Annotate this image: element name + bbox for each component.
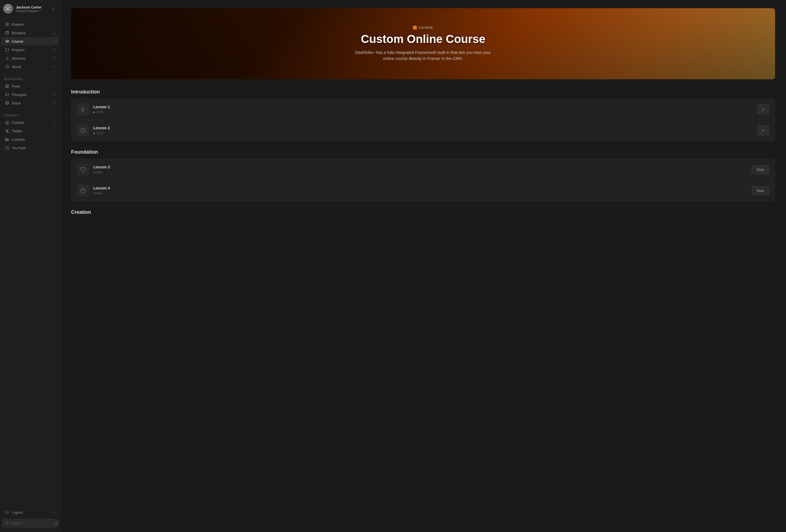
connect-nav: CONNECT Contact C Twitter ↗ xyxy=(0,110,60,154)
resources-nav: RESOURCES Feed 7 Thoughts 8 xyxy=(0,73,60,110)
lesson-start-button[interactable]: Start xyxy=(752,165,769,174)
sidebar-item-label: Projects xyxy=(12,48,25,52)
bag-icon xyxy=(5,31,9,35)
contact-icon xyxy=(5,120,9,125)
lesson-check-button[interactable] xyxy=(757,104,769,115)
sidebar-item-contact[interactable]: Contact C xyxy=(2,118,58,126)
hero-tag: COURSE xyxy=(413,26,433,29)
search-input[interactable] xyxy=(11,521,52,525)
twitter-icon xyxy=(5,129,9,133)
sidebar-item-label: Contact xyxy=(12,121,24,125)
section-title-introduction: Introduction xyxy=(71,89,775,95)
sidebar-header: JC Jackson Carter Product Designer xyxy=(0,0,60,18)
hero-content: COURSE Custom Online Course Dashfolio+ h… xyxy=(71,8,775,79)
lessons-list-foundation: Lesson 3 Article Start Lesson 4 xyxy=(71,159,775,201)
lesson-meta: Article xyxy=(93,191,110,195)
nav-badge: 3 xyxy=(51,40,55,43)
user-info: JC Jackson Carter Product Designer xyxy=(3,4,42,14)
sidebar-item-label: LinkedIn xyxy=(12,138,25,142)
sidebar-item-course[interactable]: Course 3 xyxy=(2,37,58,45)
hero-banner: COURSE Custom Online Course Dashfolio+ h… xyxy=(71,8,775,79)
lesson-meta: ▶ 2:24 xyxy=(93,131,110,135)
avatar: JC xyxy=(3,4,13,14)
sidebar-item-services[interactable]: Services 5 xyxy=(2,54,58,62)
table-row: Lesson 4 Article Start xyxy=(71,180,775,201)
connect-label: CONNECT xyxy=(0,112,60,118)
svg-line-16 xyxy=(7,524,8,524)
lesson-check-button[interactable] xyxy=(757,125,769,136)
sidebar-item-label: Boutique xyxy=(12,31,26,35)
section-introduction: Introduction Lesson 1 ▶ 5:25 xyxy=(71,89,775,141)
search-icon xyxy=(5,521,8,526)
nav-badge: ↗ xyxy=(51,129,55,133)
nav-badge: C xyxy=(51,121,55,124)
nav-badge: 6 xyxy=(51,65,55,68)
sidebar-item-stack[interactable]: Stack 9 xyxy=(2,99,58,107)
sidebar-item-explore[interactable]: Explore 1 xyxy=(2,20,58,28)
sidebar-item-boutique[interactable]: Boutique 2 xyxy=(2,29,58,37)
services-icon xyxy=(5,56,9,61)
sidebar-item-projects[interactable]: Projects 4 xyxy=(2,46,58,54)
nav-badge: 7 xyxy=(51,84,55,88)
course-icon xyxy=(5,39,9,44)
search-shortcut: S xyxy=(54,522,59,525)
avatar-image: JC xyxy=(3,4,13,14)
thoughts-icon xyxy=(5,92,9,97)
lesson-icon-box xyxy=(77,164,89,175)
projects-icon xyxy=(5,48,9,52)
sidebar-item-twitter[interactable]: Twitter ↗ xyxy=(2,127,58,135)
check-icon xyxy=(762,128,765,132)
sidebar-item-linkedin[interactable]: LinkedIn ↗ xyxy=(2,135,58,144)
nav-badge: 8 xyxy=(51,93,55,96)
resources-label: RESOURCES xyxy=(0,75,60,82)
svg-point-10 xyxy=(6,101,9,102)
sidebar-item-label: Explore xyxy=(12,22,24,26)
lesson-icon-box xyxy=(77,103,89,115)
sidebar-item-label: About xyxy=(12,65,21,69)
svg-point-19 xyxy=(81,188,85,193)
lesson-title: Lesson 2 xyxy=(93,126,110,130)
youtube-icon xyxy=(5,146,9,150)
video-icon: ▶ xyxy=(93,131,95,135)
logout-label: Logout xyxy=(12,510,23,514)
linkedin-icon xyxy=(5,137,9,142)
sidebar: JC Jackson Carter Product Designer Explo… xyxy=(0,0,60,532)
lesson-duration: 2:24 xyxy=(97,131,103,135)
stack-icon xyxy=(5,101,9,105)
collapse-button[interactable] xyxy=(51,6,56,12)
main-nav: Explore 1 Boutique 2 Course 3 xyxy=(0,18,60,73)
svg-rect-7 xyxy=(7,85,8,86)
svg-rect-11 xyxy=(5,139,6,141)
hero-title: Custom Online Course xyxy=(361,33,485,45)
about-icon xyxy=(5,65,9,69)
sidebar-item-label: Feed xyxy=(12,84,20,88)
sidebar-item-youtube[interactable]: YouTube ↗ xyxy=(2,144,58,152)
section-title-creation: Creation xyxy=(71,210,775,215)
nav-badge: 1 xyxy=(51,23,55,26)
compass-icon xyxy=(5,22,9,26)
sidebar-item-label: Stack xyxy=(12,101,21,105)
table-row: Lesson 3 Article Start xyxy=(71,159,775,180)
hero-tag-text: COURSE xyxy=(418,26,433,29)
main-content: COURSE Custom Online Course Dashfolio+ h… xyxy=(60,0,786,532)
lesson-title: Lesson 1 xyxy=(93,105,110,109)
table-row: Lesson 1 ▶ 5:25 xyxy=(71,99,775,120)
lesson-title: Lesson 4 xyxy=(93,186,110,190)
svg-marker-1 xyxy=(6,24,8,25)
sidebar-item-about[interactable]: About 6 xyxy=(2,63,58,71)
svg-rect-6 xyxy=(6,85,7,86)
sidebar-item-label: YouTube xyxy=(12,146,26,150)
logout-badge: X xyxy=(51,511,55,514)
check-icon xyxy=(762,107,765,112)
nav-badge: 2 xyxy=(51,31,55,34)
sidebar-item-thoughts[interactable]: Thoughts 8 xyxy=(2,91,58,99)
lesson-start-button[interactable]: Start xyxy=(752,186,769,195)
sidebar-item-label: Course xyxy=(12,39,23,44)
lesson-meta: ▶ 5:25 xyxy=(93,110,110,114)
svg-point-0 xyxy=(5,23,9,26)
sidebar-item-feed[interactable]: Feed 7 xyxy=(2,82,58,90)
feed-icon xyxy=(5,84,9,88)
logout-item[interactable]: Logout X xyxy=(2,508,58,516)
section-title-foundation: Foundation xyxy=(71,149,775,155)
lesson-meta: Article xyxy=(93,170,110,174)
